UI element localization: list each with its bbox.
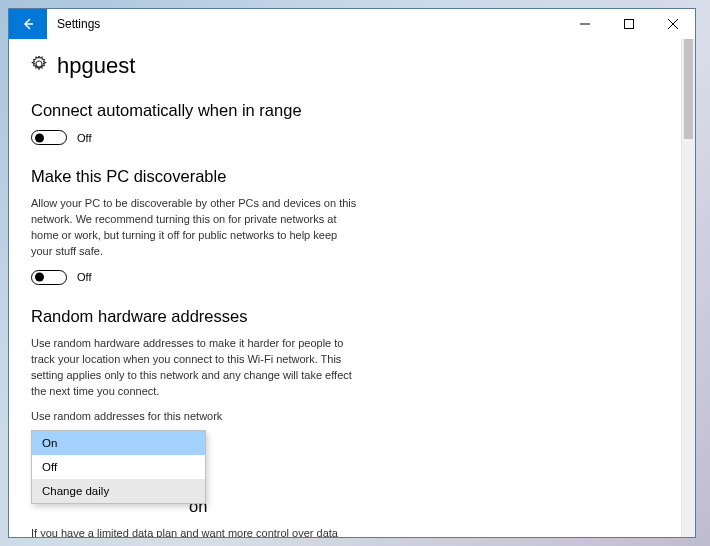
toggle-track [31,130,67,145]
scrollbar[interactable] [681,39,695,537]
close-button[interactable] [651,9,695,39]
page-title: hpguest [57,53,135,79]
section-title: Connect automatically when in range [31,101,659,120]
window-title: Settings [47,9,563,39]
section-title: Random hardware addresses [31,307,659,326]
dropdown-option-on[interactable]: On [32,431,205,455]
minimize-button[interactable] [563,9,607,39]
window-controls [563,9,695,39]
section-desc: Use random hardware addresses to make it… [31,336,361,400]
field-label: Use random addresses for this network [31,410,659,422]
content-wrap: hpguest Connect automatically when in ra… [9,39,695,537]
dropdown-option-change-daily[interactable]: Change daily [32,479,205,503]
toggle-thumb [35,273,44,282]
toggle-thumb [35,133,44,142]
section-desc: If you have a limited data plan and want… [31,526,361,538]
back-button[interactable] [9,9,47,39]
auto-connect-toggle[interactable]: Off [31,130,659,145]
arrow-left-icon [20,16,36,32]
minimize-icon [580,19,590,29]
maximize-icon [624,19,634,29]
settings-window: Settings hpguest Connect automatically w… [8,8,696,538]
toggle-track [31,270,67,285]
page-header: hpguest [31,53,659,79]
section-metered: If you have a limited data plan and want… [31,526,659,538]
section-auto-connect: Connect automatically when in range Off [31,101,659,145]
discoverable-toggle[interactable]: Off [31,270,659,285]
svg-rect-2 [625,20,634,29]
toggle-label: Off [77,132,91,144]
dropdown-option-off[interactable]: Off [32,455,205,479]
section-random-hw: Random hardware addresses Use random har… [31,307,659,504]
scroll-thumb[interactable] [684,39,693,139]
content: hpguest Connect automatically when in ra… [9,39,681,537]
random-addresses-dropdown[interactable]: On Off Change daily [31,430,206,504]
titlebar: Settings [9,9,695,39]
section-discoverable: Make this PC discoverable Allow your PC … [31,167,659,285]
gear-icon [31,56,47,76]
close-icon [668,19,678,29]
maximize-button[interactable] [607,9,651,39]
toggle-label: Off [77,271,91,283]
section-title: Make this PC discoverable [31,167,659,186]
section-desc: Allow your PC to be discoverable by othe… [31,196,361,260]
